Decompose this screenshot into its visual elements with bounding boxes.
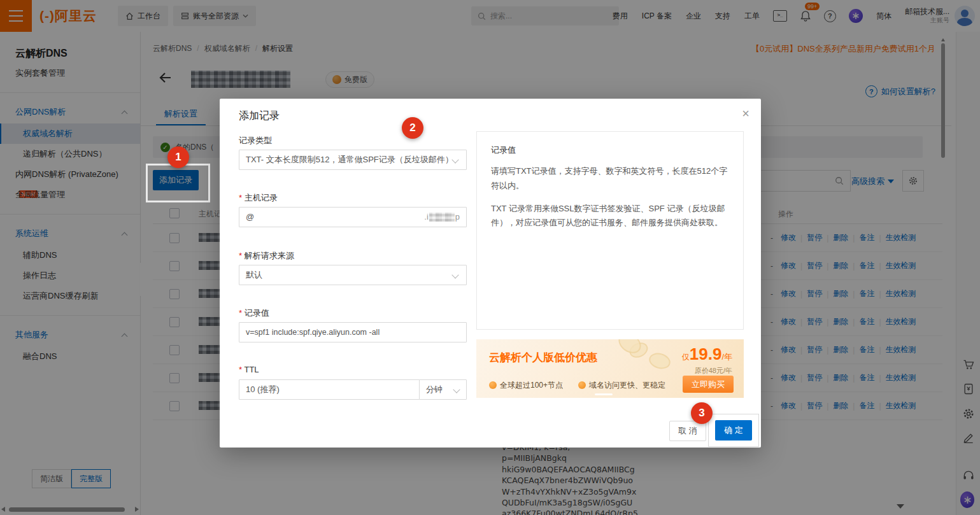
line-label: 解析请求来源: [239, 250, 294, 262]
chevron-down-icon: [454, 387, 460, 393]
host-record-input[interactable]: @ .ip: [239, 207, 467, 227]
add-record-modal: 添加记录 × 记录类型 TXT- 文本长度限制512，通常做SPF记录（反垃圾邮…: [220, 99, 761, 448]
step-annotation-3: 3: [691, 402, 713, 424]
ok-button[interactable]: 确 定: [715, 420, 752, 441]
banner-title: 云解析个人版低价优惠: [489, 350, 597, 365]
record-value-input[interactable]: v=spf1 include:spf.qiye.aliyun.com -all: [239, 322, 467, 342]
carousel-indicator: [595, 393, 613, 395]
record-value-label: 记录值: [239, 307, 269, 319]
chevron-down-icon: [453, 157, 458, 163]
help-title: 记录值: [491, 145, 729, 156]
buy-now-button[interactable]: 立即购买: [683, 376, 734, 393]
screen: (-)阿里云 工作台 账号全部资源 搜索... 费用ICP 备案企业支持工单 >…: [0, 0, 980, 515]
host-domain-suffix: .ip: [424, 208, 460, 227]
coin-icon: [489, 381, 497, 389]
close-icon[interactable]: ×: [742, 106, 749, 121]
ttl-unit-select[interactable]: 分钟: [419, 379, 467, 400]
help-paragraph: TXT 记录常用来做SSL数字证书签发验证、SPF 记录（反垃圾邮件），对应记录…: [491, 202, 729, 231]
record-type-select[interactable]: TXT- 文本长度限制512，通常做SPF记录（反垃圾邮件）: [239, 150, 467, 170]
help-paragraph: 请填写TXT记录值，支持字母、数字和英文符号，长度在512个字符以内。: [491, 164, 729, 194]
domain-redacted: [429, 213, 455, 222]
record-type-label: 记录类型: [239, 135, 272, 146]
step-annotation-2: 2: [402, 117, 423, 139]
banner-original-price: 原价48元/年: [695, 366, 732, 376]
banner-price: 仅19.9/年: [682, 344, 732, 364]
chevron-down-icon: [453, 272, 458, 278]
ttl-input[interactable]: 10 (推荐): [239, 379, 420, 400]
modal-title: 添加记录: [239, 109, 280, 123]
spotlight-ok: 确 定: [709, 414, 758, 446]
coin-icon: [578, 381, 586, 389]
promo-banner[interactable]: 云解析个人版低价优惠 仅19.9/年 原价48元/年 全球超过100+节点 域名…: [476, 339, 744, 398]
help-panel: 记录值 请填写TXT记录值，支持字母、数字和英文符号，长度在512个字符以内。 …: [476, 131, 744, 330]
step-annotation-1: 1: [167, 146, 189, 168]
host-record-label: 主机记录: [239, 192, 278, 204]
banner-features: 全球超过100+节点 域名访问更快、更稳定: [489, 380, 665, 391]
line-select[interactable]: 默认: [239, 265, 467, 285]
ttl-label: TTL: [239, 365, 259, 374]
